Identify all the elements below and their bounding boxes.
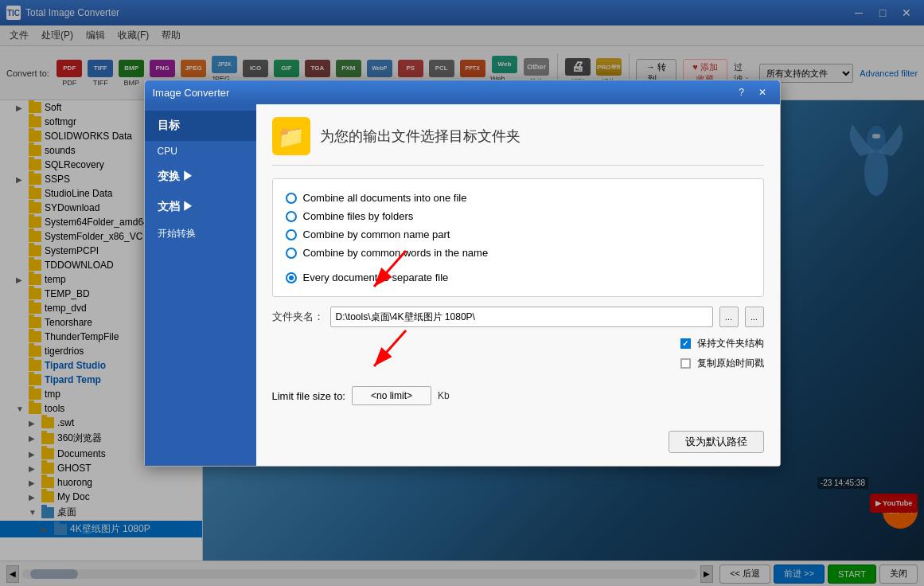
- arrow-1: [362, 247, 410, 295]
- dialog-header-title: 为您的输出文件选择目标文件夹: [320, 127, 520, 146]
- combine-all-label: Combine all documents into one file: [303, 192, 467, 204]
- dialog-title-text: Image Converter: [153, 87, 732, 99]
- dialog-help-button[interactable]: ?: [732, 84, 751, 100]
- set-default-path-button[interactable]: 设为默认路径: [669, 431, 764, 453]
- dialog-nav-start[interactable]: 开始转换: [145, 222, 256, 245]
- combine-folders-label: Combine files by folders: [303, 210, 414, 222]
- limit-row: Limit file size to: Kb: [272, 386, 764, 405]
- svg-line-5: [374, 251, 406, 287]
- browse-button[interactable]: …: [719, 307, 739, 327]
- radio-separate[interactable]: [286, 272, 297, 283]
- limit-unit: Kb: [438, 390, 450, 401]
- dialog-sidebar: 目标 CPU 变换 ▶ 文档 ▶ 开始转换: [145, 104, 256, 466]
- option-combine-words[interactable]: Combine by common words in the name: [286, 244, 751, 262]
- path-section: 文件夹名： … ... ✓ 保持文件夹结构: [272, 307, 764, 373]
- radio-combine-words[interactable]: [286, 248, 297, 259]
- dialog-nav-transform[interactable]: 变换 ▶: [145, 162, 256, 192]
- option-combine-folders[interactable]: Combine files by folders: [286, 207, 751, 225]
- option-combine-all[interactable]: Combine all documents into one file: [286, 189, 751, 207]
- limit-input[interactable]: [352, 386, 431, 405]
- keep-structure-label: 保持文件夹结构: [697, 337, 764, 350]
- radio-combine-name[interactable]: [286, 229, 297, 240]
- document-arrow: ▶: [182, 200, 193, 213]
- combine-name-label: Combine by common name part: [303, 229, 450, 240]
- dialog-content-area: 📁 为您的输出文件选择目标文件夹 Combine all documents i…: [256, 104, 780, 466]
- radio-combine-folders[interactable]: [286, 211, 297, 222]
- combine-options-section: Combine all documents into one file Comb…: [272, 178, 764, 297]
- more-button[interactable]: ...: [745, 307, 764, 327]
- copy-timestamp-label: 复制原始时间戳: [697, 357, 764, 370]
- checkboxes-area: ✓ 保持文件夹结构 复制原始时间戳: [272, 334, 764, 373]
- radio-combine-all[interactable]: [286, 193, 297, 204]
- dialog-header: 📁 为您的输出文件选择目标文件夹: [272, 117, 764, 166]
- image-converter-dialog: Image Converter ? ✕ 目标 CPU 变换 ▶ 文档 ▶ 开: [144, 80, 781, 467]
- transform-label: 变换: [158, 170, 180, 182]
- cb-copy-icon[interactable]: [680, 358, 691, 369]
- limit-label: Limit file size to:: [272, 390, 345, 402]
- transform-arrow: ▶: [182, 170, 193, 182]
- document-label: 文档: [158, 200, 180, 213]
- cb-keep-icon[interactable]: ✓: [680, 338, 691, 349]
- dialog-close-button[interactable]: ✕: [753, 84, 772, 100]
- dialog-header-icon: 📁: [272, 117, 310, 155]
- arrow-2: [362, 326, 410, 374]
- option-separate[interactable]: Every document to separate file: [286, 268, 751, 287]
- dialog-controls: ? ✕: [732, 84, 772, 100]
- path-input[interactable]: [330, 307, 713, 327]
- dialog-nav-target[interactable]: 目标: [145, 111, 256, 141]
- dialog-nav-document[interactable]: 文档 ▶: [145, 192, 256, 222]
- dialog-body: 目标 CPU 变换 ▶ 文档 ▶ 开始转换 📁 为您的输出文件选择目标文件夹: [145, 104, 780, 466]
- cb-keep-checkmark: ✓: [682, 339, 688, 348]
- path-row: 文件夹名： … ...: [272, 307, 764, 327]
- option-combine-name[interactable]: Combine by common name part: [286, 225, 751, 244]
- path-label: 文件夹名：: [272, 310, 324, 324]
- svg-line-7: [374, 330, 406, 366]
- dialog-nav-cpu[interactable]: CPU: [145, 141, 256, 162]
- dialog-overlay: Image Converter ? ✕ 目标 CPU 变换 ▶ 文档 ▶ 开: [0, 0, 924, 586]
- checkbox-copy-timestamp[interactable]: 复制原始时间戳: [680, 354, 764, 373]
- checkbox-keep-structure[interactable]: ✓ 保持文件夹结构: [680, 334, 764, 354]
- dialog-titlebar: Image Converter ? ✕: [145, 80, 780, 104]
